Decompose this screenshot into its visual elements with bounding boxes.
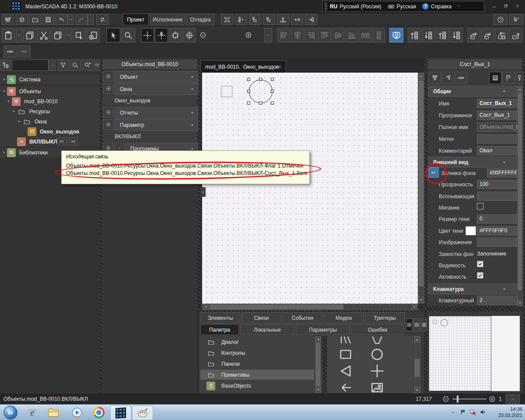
- polyline-shape-icon[interactable]: [339, 336, 353, 347]
- collapse-icon[interactable]: [502, 89, 506, 93]
- tree-search-up-button[interactable]: [82, 60, 93, 71]
- tab-parameters[interactable]: Параметры: [296, 324, 350, 335]
- palette-splitter[interactable]: [322, 336, 327, 393]
- grid-frame2-button[interactable]: [183, 28, 196, 42]
- collapse-icon[interactable]: [190, 123, 194, 127]
- fill-link-button[interactable]: [428, 167, 439, 178]
- shapes-vscroll-thumb[interactable]: [415, 359, 420, 377]
- grid-options-dropdown[interactable]: [264, 28, 272, 42]
- selection-handle[interactable]: [259, 102, 262, 105]
- expander-collapsed-icon[interactable]: [2, 150, 6, 155]
- tree-item-objects[interactable]: Объекты: [0, 86, 100, 96]
- duplicate-dropdown[interactable]: [65, 28, 72, 42]
- arc-shape-icon[interactable]: [370, 336, 384, 347]
- rotate-free-button[interactable]: [481, 28, 494, 42]
- props-keys-button[interactable]: [515, 72, 523, 84]
- grid-size-decrease[interactable]: [198, 30, 208, 40]
- scroll-up-button[interactable]: [518, 86, 522, 92]
- section-parameters[interactable]: Параметр: [114, 119, 198, 131]
- image-shape-icon[interactable]: [369, 380, 385, 393]
- preview-button[interactable]: [389, 28, 403, 42]
- tab-elements[interactable]: Элементы: [200, 312, 240, 323]
- prop-visible-checkbox[interactable]: [477, 261, 483, 267]
- group-link-button[interactable]: [4, 46, 17, 58]
- splitter[interactable]: [197, 58, 200, 312]
- prop-shadowcolor-swatch[interactable]: [466, 226, 476, 235]
- tree-item-output-window[interactable]: Окно_выходов: [0, 126, 100, 136]
- scroll-up-button[interactable]: [418, 73, 424, 80]
- props-links-button[interactable]: [455, 72, 467, 84]
- scroll-down-button[interactable]: [518, 300, 522, 306]
- prop-tiling-value[interactable]: Заполнение: [477, 251, 506, 257]
- shapes-vscrollbar[interactable]: [414, 336, 420, 393]
- tab-debug[interactable]: Отладка: [186, 14, 214, 25]
- ellipse-shape[interactable]: [249, 80, 273, 103]
- ellipse-shape-icon[interactable]: [369, 346, 385, 362]
- lang-badge[interactable]: RU: [330, 4, 337, 10]
- collapse-icon[interactable]: [190, 111, 194, 115]
- taskbar-clock[interactable]: 14:36 23.03.2021: [498, 406, 522, 418]
- pointer-tool-button[interactable]: [106, 28, 120, 42]
- prop-active-checkbox[interactable]: [477, 272, 483, 279]
- props-section-appearance[interactable]: Внешний вид: [428, 157, 518, 168]
- redo-dropdown[interactable]: [88, 14, 94, 25]
- hscroll-thumb[interactable]: [210, 304, 343, 309]
- add-object-button[interactable]: [103, 71, 113, 82]
- props-vscrollbar[interactable]: [517, 86, 523, 306]
- help-button[interactable]: ?: [494, 14, 508, 25]
- tab-events[interactable]: События: [283, 312, 322, 323]
- paste-button[interactable]: [2, 28, 15, 42]
- collapse-icon[interactable]: [502, 287, 506, 291]
- props-events-button[interactable]: [502, 72, 514, 84]
- arrow-shape-icon[interactable]: [338, 380, 354, 393]
- project-settings-button[interactable]: [16, 14, 28, 25]
- tree-export-button[interactable]: [249, 14, 261, 25]
- delete-button[interactable]: [87, 28, 100, 42]
- canvas-vscrollbar[interactable]: [418, 73, 424, 304]
- tree-item-on-off[interactable]: ВКЛ/ВЫКЛ: [0, 136, 100, 147]
- prop-image-value[interactable]: [477, 238, 517, 247]
- align-right-button[interactable]: [304, 28, 317, 42]
- taskbar-ie[interactable]: e: [24, 406, 40, 419]
- palette-group-dialog[interactable]: Диалог: [200, 337, 314, 347]
- expander-expanded-icon[interactable]: [6, 99, 10, 104]
- tree-search-input[interactable]: [12, 60, 49, 71]
- scroll-up-button[interactable]: [414, 336, 420, 343]
- scroll-up-button[interactable]: [315, 336, 321, 342]
- tree-mode-button[interactable]: [0, 60, 11, 71]
- open-project-button[interactable]: [29, 14, 41, 25]
- fit-frame-button[interactable]: [221, 14, 233, 25]
- sync-button[interactable]: [96, 14, 108, 25]
- copy-button[interactable]: [23, 28, 36, 42]
- section-windows[interactable]: Окна: [114, 83, 198, 95]
- props-collapse-all-button[interactable]: [429, 72, 441, 84]
- taskbar-explorer[interactable]: [46, 406, 61, 419]
- view-columns-button[interactable]: [421, 318, 427, 331]
- scroll-right-button[interactable]: [411, 304, 418, 310]
- collapse-icon[interactable]: [190, 75, 194, 79]
- tree-search-down-button[interactable]: [94, 60, 100, 71]
- minimap-page[interactable]: [429, 316, 491, 391]
- taskbar-masterscada[interactable]: [110, 406, 131, 420]
- add-parameter-button[interactable]: [103, 119, 113, 130]
- palette-group-baseobjects[interactable]: BaseObjects: [200, 381, 314, 391]
- scroll-down-button[interactable]: [315, 387, 321, 392]
- palette-group-panels[interactable]: Панели: [200, 359, 314, 369]
- align-left-button[interactable]: [277, 28, 290, 42]
- flip-h-button[interactable]: [495, 28, 508, 42]
- prop-kbd-value[interactable]: 2: [477, 296, 517, 305]
- palette-vscroll-thumb[interactable]: [316, 343, 320, 386]
- tree-push-button[interactable]: [235, 14, 247, 25]
- scroll-down-button[interactable]: [418, 297, 424, 303]
- langbar-options-icon[interactable]: [457, 4, 461, 8]
- paste-special-button[interactable]: [73, 28, 86, 42]
- vscroll-thumb[interactable]: [419, 80, 424, 286]
- tree-item-resources[interactable]: Ресурсы: [0, 106, 100, 116]
- bring-forward-button[interactable]: [436, 28, 449, 42]
- props-vscroll-thumb[interactable]: [518, 93, 522, 290]
- status-zoom-out-button[interactable]: [441, 394, 451, 404]
- taskbar-wmp[interactable]: [69, 406, 85, 419]
- grid-frame-button[interactable]: [169, 28, 182, 42]
- prop-tags-value[interactable]: [477, 134, 517, 144]
- tree-item-system[interactable]: Система: [0, 74, 100, 84]
